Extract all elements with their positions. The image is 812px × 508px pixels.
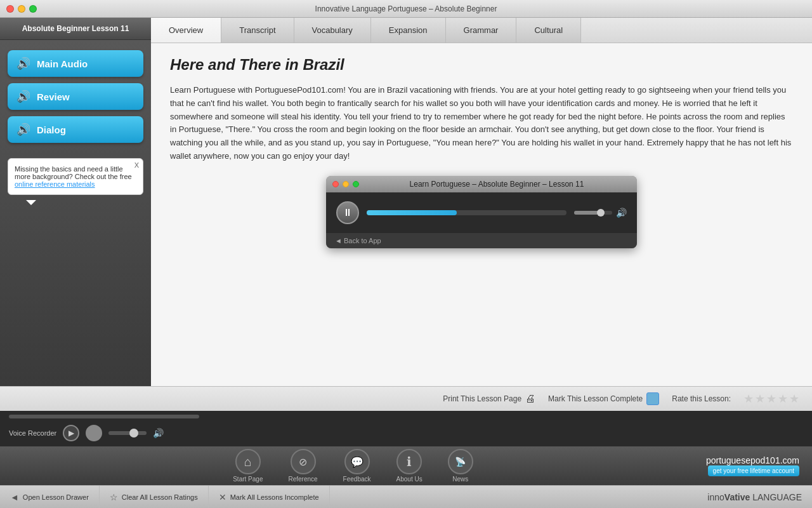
tooltip-text: Missing the basics and need a little mor… xyxy=(15,165,132,180)
tooltip-arrow xyxy=(26,200,36,205)
action-bar-brand: innoVative LANGUAGE xyxy=(707,492,812,502)
ap-minimize[interactable] xyxy=(343,181,349,187)
rss-icon: 📡 xyxy=(448,449,473,474)
rec-volume-knob xyxy=(129,429,138,438)
nav-start-label: Start Page xyxy=(233,476,263,483)
open-lesson-drawer-button[interactable]: ◄ Open Lesson Drawer xyxy=(0,486,100,508)
tab-overview[interactable]: Overview xyxy=(151,18,221,43)
home-icon: ⌂ xyxy=(235,449,261,474)
print-label: Print This Lesson Page xyxy=(443,394,521,403)
progress-track[interactable] xyxy=(367,210,566,215)
bottom-toolbar: Print This Lesson Page 🖨 Mark This Lesso… xyxy=(0,386,812,411)
tab-bar: Overview Transcript Vocabulary Expansion… xyxy=(151,18,812,43)
content-body: Here and There in Brazil Learn Portugues… xyxy=(151,43,812,386)
nav-brand: portuguesepod101.com get your free lifet… xyxy=(706,455,799,476)
nav-bar: ⌂ Start Page ⊘ Reference 💬 Feedback ℹ Ab… xyxy=(0,446,812,485)
rec-speaker-icon: 🔊 xyxy=(153,428,164,438)
voice-recorder-label: Voice Recorder xyxy=(9,429,56,437)
audio-player-title-bar: Learn Portuguese – Absolute Beginner – L… xyxy=(326,176,637,192)
review-icon: 🔊 xyxy=(16,90,30,104)
audio-icon: 🔊 xyxy=(16,57,30,70)
title-bar: Innovative Language Portuguese – Absolut… xyxy=(0,0,812,18)
complete-button[interactable]: Mark This Lesson Complete xyxy=(548,392,659,405)
record-play-button[interactable]: ▶ xyxy=(63,425,79,441)
action-bar: ◄ Open Lesson Drawer ☆ Clear All Lesson … xyxy=(0,485,812,508)
recorder-progress-track[interactable] xyxy=(9,415,199,418)
x-icon: ✕ xyxy=(219,492,226,502)
brand-url: portuguesepod101.com xyxy=(706,455,799,465)
nav-start-page[interactable]: ⌂ Start Page xyxy=(220,446,275,485)
star-1[interactable]: ★ xyxy=(743,392,754,406)
star-5[interactable]: ★ xyxy=(789,392,799,406)
star-2[interactable]: ★ xyxy=(755,392,765,406)
reference-icon: ⊘ xyxy=(291,449,316,474)
recorder-bar xyxy=(0,411,812,422)
voice-recorder-area: Voice Recorder ▶ 🔊 xyxy=(0,422,812,446)
dialog-icon: 🔊 xyxy=(16,123,30,137)
volume-area: 🔊 xyxy=(574,208,627,218)
lesson-title: Here and There in Brazil xyxy=(170,56,793,74)
nav-reference-label: Reference xyxy=(288,476,317,483)
window-title: Innovative Language Portuguese – Absolut… xyxy=(315,4,497,13)
review-button[interactable]: 🔊 Review xyxy=(8,83,143,110)
star-3[interactable]: ★ xyxy=(766,392,776,406)
open-drawer-label: Open Lesson Drawer xyxy=(23,493,89,501)
bottom-section: Print This Lesson Page 🖨 Mark This Lesso… xyxy=(0,386,812,508)
mark-incomplete-label: Mark All Lessons Incomplete xyxy=(230,493,319,501)
nav-news[interactable]: 📡 News xyxy=(435,446,486,485)
clear-ratings-button[interactable]: ☆ Clear All Lesson Ratings xyxy=(100,486,209,508)
traffic-lights xyxy=(6,5,37,13)
star-clear-icon: ☆ xyxy=(110,492,118,502)
tab-transcript[interactable]: Transcript xyxy=(221,18,294,43)
tab-vocabulary[interactable]: Vocabulary xyxy=(294,18,371,43)
nav-reference[interactable]: ⊘ Reference xyxy=(275,446,330,485)
star-4[interactable]: ★ xyxy=(778,392,788,406)
content-area: Overview Transcript Vocabulary Expansion… xyxy=(151,18,812,386)
clear-ratings-label: Clear All Lesson Ratings xyxy=(122,493,198,501)
main-audio-label: Main Audio xyxy=(37,58,88,69)
printer-icon: 🖨 xyxy=(525,393,535,404)
rate-label: Rate this Lesson: xyxy=(672,394,731,403)
record-stop-button[interactable] xyxy=(86,425,102,441)
mark-incomplete-button[interactable]: ✕ Mark All Lessons Incomplete xyxy=(209,486,330,508)
complete-label: Mark This Lesson Complete xyxy=(548,394,643,403)
print-button[interactable]: Print This Lesson Page 🖨 xyxy=(443,393,535,404)
tooltip-link[interactable]: online reference materials xyxy=(15,180,95,188)
brand-inno: inno xyxy=(707,492,724,502)
nav-items: ⌂ Start Page ⊘ Reference 💬 Feedback ℹ Ab… xyxy=(0,446,706,485)
nav-news-label: News xyxy=(452,476,468,483)
brand-language: LANGUAGE xyxy=(750,492,802,502)
rec-volume-track[interactable] xyxy=(108,431,147,435)
ap-title: Learn Portuguese – Absolute Beginner – L… xyxy=(363,180,631,189)
play-pause-button[interactable]: ⏸ xyxy=(336,201,359,224)
nav-feedback-label: Feedback xyxy=(343,476,371,483)
dialog-label: Dialog xyxy=(37,124,66,135)
info-icon: ℹ xyxy=(396,449,422,474)
tooltip-close[interactable]: X xyxy=(134,161,139,169)
progress-fill xyxy=(367,210,457,215)
nav-about-us[interactable]: ℹ About Us xyxy=(384,446,435,485)
volume-icon: 🔊 xyxy=(616,208,627,218)
minimize-button[interactable] xyxy=(18,5,25,13)
volume-track[interactable] xyxy=(574,211,612,215)
dialog-button[interactable]: 🔊 Dialog xyxy=(8,116,143,143)
brand-vative: Vative xyxy=(724,492,750,502)
maximize-button[interactable] xyxy=(29,5,37,13)
main-audio-button[interactable]: 🔊 Main Audio xyxy=(8,50,143,77)
ap-maximize[interactable] xyxy=(353,181,359,187)
free-account-button[interactable]: get your free lifetime account xyxy=(708,465,799,476)
tab-expansion[interactable]: Expansion xyxy=(371,18,446,43)
back-to-app-button[interactable]: ◄ Back to App xyxy=(326,233,637,248)
audio-player: Learn Portuguese – Absolute Beginner – L… xyxy=(326,176,637,248)
tab-grammar[interactable]: Grammar xyxy=(446,18,517,43)
complete-checkbox[interactable] xyxy=(646,392,659,405)
sidebar-title: Absolute Beginner Lesson 11 xyxy=(0,18,151,40)
volume-knob[interactable] xyxy=(597,209,605,217)
nav-feedback[interactable]: 💬 Feedback xyxy=(331,446,384,485)
sidebar: Absolute Beginner Lesson 11 🔊 Main Audio… xyxy=(0,18,151,386)
close-button[interactable] xyxy=(6,5,14,13)
tab-cultural[interactable]: Cultural xyxy=(516,18,581,43)
ap-close[interactable] xyxy=(332,181,339,187)
tooltip-box: X Missing the basics and need a little m… xyxy=(8,158,143,195)
star-rating[interactable]: ★ ★ ★ ★ ★ xyxy=(743,392,799,406)
